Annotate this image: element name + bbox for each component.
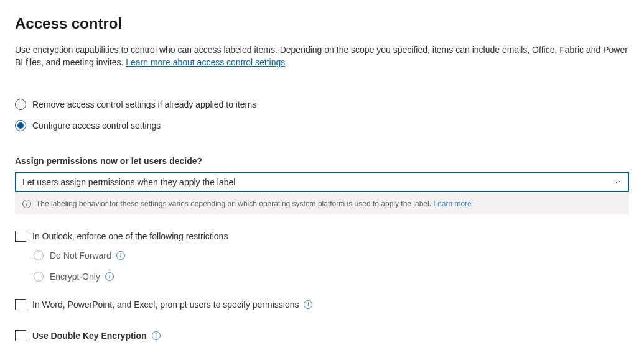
office-prompt-checkbox[interactable] — [15, 299, 26, 310]
radio-icon — [34, 250, 44, 260]
assign-permissions-label: Assign permissions now or let users deci… — [15, 156, 629, 166]
info-icon[interactable]: i — [116, 251, 125, 260]
intro-text: Use encryption capabilities to control w… — [15, 44, 629, 69]
do-not-forward-label: Do Not Forward — [50, 250, 111, 260]
radio-configure-access[interactable]: Configure access control settings — [15, 120, 629, 131]
radio-remove-label: Remove access control settings if alread… — [32, 99, 256, 109]
dke-checkbox[interactable] — [15, 330, 26, 341]
radio-icon — [15, 120, 26, 131]
info-icon[interactable]: i — [152, 331, 161, 340]
radio-do-not-forward[interactable]: Do Not Forward i — [34, 250, 629, 260]
outlook-enforce-row: In Outlook, enforce one of the following… — [15, 231, 629, 242]
radio-encrypt-only[interactable]: Encrypt-Only i — [34, 272, 629, 282]
chevron-down-icon — [613, 178, 622, 186]
outlook-enforce-label: In Outlook, enforce one of the following… — [32, 231, 228, 241]
info-icon[interactable]: i — [304, 300, 312, 309]
outlook-enforce-checkbox[interactable] — [15, 231, 26, 242]
info-icon: i — [22, 200, 31, 208]
learn-more-access-control-link[interactable]: Learn more about access control settings — [126, 57, 285, 67]
access-control-mode-group: Remove access control settings if alread… — [15, 99, 629, 131]
info-bar-text: The labeling behavior for these settings… — [36, 200, 433, 208]
outlook-restrictions-group: Do Not Forward i Encrypt-Only i — [34, 250, 629, 282]
assign-permissions-dropdown[interactable]: Let users assign permissions when they a… — [15, 172, 629, 192]
radio-icon — [15, 99, 26, 110]
office-prompt-row: In Word, PowerPoint, and Excel, prompt u… — [15, 299, 629, 310]
encrypt-only-label: Encrypt-Only — [50, 272, 100, 282]
radio-configure-label: Configure access control settings — [32, 121, 161, 131]
office-prompt-label: In Word, PowerPoint, and Excel, prompt u… — [32, 300, 299, 310]
dke-row: Use Double Key Encryption i — [15, 330, 629, 341]
radio-icon — [34, 272, 44, 282]
info-icon[interactable]: i — [105, 272, 114, 281]
page-title: Access control — [15, 15, 629, 32]
info-bar-learn-more-link[interactable]: Learn more — [433, 200, 471, 208]
dke-label: Use Double Key Encryption — [32, 331, 147, 341]
radio-remove-access[interactable]: Remove access control settings if alread… — [15, 99, 629, 110]
dropdown-selected-value: Let users assign permissions when they a… — [22, 177, 235, 187]
info-bar: i The labeling behavior for these settin… — [15, 193, 629, 214]
intro-body: Use encryption capabilities to control w… — [15, 45, 628, 67]
